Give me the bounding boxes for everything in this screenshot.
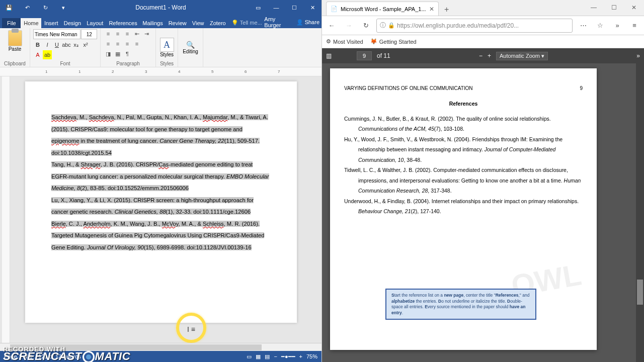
browser-toolbar: ← → ↻ ⓘ 🔒 https://owl.english.purdue.edu… xyxy=(322,16,644,35)
indent-inc-button[interactable]: ⇥ xyxy=(142,29,151,38)
font-size-select[interactable]: 12 xyxy=(81,29,97,39)
bullets-button[interactable]: ≡ xyxy=(104,29,113,38)
zoom-slider[interactable]: ━●━━ xyxy=(281,353,295,360)
numbering-button[interactable]: ≡ xyxy=(113,29,122,38)
tab-favicon: 📄 xyxy=(331,6,338,12)
overflow-icon[interactable]: » xyxy=(611,19,624,32)
tab-mailings[interactable]: Mailings xyxy=(139,18,165,28)
superscript-button[interactable]: x² xyxy=(81,40,90,49)
forward-button[interactable]: → xyxy=(342,19,355,32)
underline-button[interactable]: U xyxy=(52,40,61,49)
tab-file[interactable]: File xyxy=(2,18,21,28)
pdf-scrollbar[interactable] xyxy=(636,63,644,362)
pdf-page: VARYING DEFINITIONS OF ONLINE COMMUNICAT… xyxy=(330,68,597,350)
shading-button[interactable]: ◨ xyxy=(104,49,113,58)
multilevel-button[interactable]: ≡ xyxy=(123,29,132,38)
pdf-tools-icon[interactable]: » xyxy=(636,52,640,59)
align-center-button[interactable]: ≡ xyxy=(113,39,122,48)
url-bar[interactable]: ⓘ 🔒 https://owl.english.purdue.edu/media… xyxy=(376,19,573,33)
back-button[interactable]: ← xyxy=(325,19,338,32)
borders-button[interactable]: ▦ xyxy=(113,49,122,58)
user-name[interactable]: Amy Burger xyxy=(264,16,292,28)
clipboard-group: Paste Clipboard xyxy=(0,28,30,67)
document-canvas: Sachdeva, M., Sachdeva, N., Pal, M., Gup… xyxy=(0,76,321,343)
tab-design[interactable]: Design xyxy=(61,18,84,28)
lock-icon: 🔒 xyxy=(388,22,395,29)
styles-icon[interactable]: A xyxy=(160,38,174,52)
indent-dec-button[interactable]: ⇤ xyxy=(132,29,141,38)
align-right-button[interactable]: ≡ xyxy=(123,39,132,48)
maximize-icon[interactable]: ☐ xyxy=(285,0,303,15)
tab-close-icon[interactable]: ✕ xyxy=(429,6,434,13)
view-print-icon[interactable]: ▦ xyxy=(256,353,261,360)
reload-button[interactable]: ↻ xyxy=(359,19,372,32)
pilcrow-button[interactable]: ¶ xyxy=(123,49,132,58)
highlight-button[interactable]: ab xyxy=(43,50,52,59)
view-read-icon[interactable]: ▭ xyxy=(247,353,252,360)
info-icon[interactable]: ⓘ xyxy=(380,21,386,30)
view-web-icon[interactable]: ▤ xyxy=(265,353,270,360)
undo-icon[interactable]: ↶ xyxy=(18,0,36,15)
tab-home[interactable]: Home xyxy=(21,18,41,28)
word-window: 💾 ↶ ↻ ▾ Document1 - Word ▭ — ☐ ✕ File Ho… xyxy=(0,0,322,362)
qat-dropdown[interactable]: ▾ xyxy=(54,0,72,15)
share-button[interactable]: 👤 Share xyxy=(296,19,319,26)
bookmark-getting-started[interactable]: 🦊 Getting Started xyxy=(370,38,417,45)
pdf-zoom-select[interactable]: Automatic Zoom ▾ xyxy=(496,52,548,60)
zoom-level[interactable]: 75% xyxy=(306,353,317,359)
styles-group: A Styles Styles xyxy=(156,28,178,67)
pdf-annotation-box: Start the reference list on a new page, … xyxy=(385,289,536,320)
tab-review[interactable]: Review xyxy=(166,18,189,28)
close-icon[interactable]: ✕ xyxy=(303,0,321,15)
pdf-zoom-in[interactable]: + xyxy=(488,52,491,59)
tab-zotero[interactable]: Zotero xyxy=(207,18,228,28)
zoom-out-button[interactable]: − xyxy=(274,353,277,359)
browser-titlebar: 📄 Microsoft Word - Sample_APA_1... ✕ + —… xyxy=(322,0,644,16)
pdf-sidebar-icon[interactable]: ▥ xyxy=(326,52,332,59)
tab-insert[interactable]: Insert xyxy=(41,18,61,28)
browser-minimize-icon[interactable]: — xyxy=(584,0,604,16)
font-name-select[interactable]: Times New Roman xyxy=(33,29,80,39)
menu-icon[interactable]: ≡ xyxy=(628,19,641,32)
document-page[interactable]: Sachdeva, M., Sachdeva, N., Pal, M., Gup… xyxy=(25,81,297,323)
pdf-viewport[interactable]: VARYING DEFINITIONS OF ONLINE COMMUNICAT… xyxy=(322,63,644,362)
bookmark-bar: ⚙ Most Visited 🦊 Getting Started xyxy=(322,35,644,48)
horizontal-ruler[interactable]: 11234567 xyxy=(0,67,321,76)
word-title: Document1 - Word xyxy=(72,4,249,11)
browser-window: 📄 Microsoft Word - Sample_APA_1... ✕ + —… xyxy=(322,0,644,362)
align-left-button[interactable]: ≡ xyxy=(104,39,113,48)
strikethrough-button[interactable]: abc xyxy=(62,40,71,49)
tab-view[interactable]: View xyxy=(189,18,207,28)
paragraph-group: ≡ ≡ ≡ ⇤ ⇥ ≡ ≡ ≡ ≡ ◨ ▦ ¶ Paragraph xyxy=(101,28,156,67)
find-icon[interactable]: 🔍 xyxy=(186,41,195,49)
display-options-icon[interactable]: ▭ xyxy=(249,0,267,15)
save-icon[interactable]: 💾 xyxy=(0,0,18,15)
justify-button[interactable]: ≡ xyxy=(132,39,141,48)
subscript-button[interactable]: x₂ xyxy=(71,40,80,49)
bookmark-most-visited[interactable]: ⚙ Most Visited xyxy=(326,38,363,45)
tell-me[interactable]: 💡 Tell me... xyxy=(228,18,264,28)
bold-button[interactable]: B xyxy=(33,40,42,49)
zoom-in-button[interactable]: + xyxy=(299,353,302,359)
word-titlebar: 💾 ↶ ↻ ▾ Document1 - Word ▭ — ☐ ✕ xyxy=(0,0,321,15)
vertical-ruler[interactable] xyxy=(2,76,10,343)
font-group: Times New Roman 12 B I U abc x₂ x² A ab … xyxy=(30,28,101,67)
tab-references[interactable]: References xyxy=(106,18,139,28)
screencast-logo: SCREENCASTMATIC xyxy=(3,350,130,362)
browser-tab[interactable]: 📄 Microsoft Word - Sample_APA_1... ✕ xyxy=(326,2,439,16)
tab-layout[interactable]: Layout xyxy=(84,18,106,28)
bookmark-icon[interactable]: ☆ xyxy=(594,19,607,32)
browser-maximize-icon[interactable]: ☐ xyxy=(604,0,624,16)
browser-close-icon[interactable]: ✕ xyxy=(624,0,644,16)
more-icon[interactable]: ⋯ xyxy=(577,19,590,32)
new-tab-button[interactable]: + xyxy=(441,4,453,16)
font-color-button[interactable]: A xyxy=(33,50,42,59)
italic-button[interactable]: I xyxy=(43,40,52,49)
pdf-zoom-out[interactable]: − xyxy=(479,52,482,59)
pdf-page-input[interactable] xyxy=(357,51,372,60)
references-heading: References xyxy=(344,99,583,109)
paste-button[interactable]: Paste xyxy=(3,30,27,52)
minimize-icon[interactable]: — xyxy=(267,0,285,15)
text-cursor-icon: I ≡ xyxy=(187,325,195,333)
redo-icon[interactable]: ↻ xyxy=(36,0,54,15)
